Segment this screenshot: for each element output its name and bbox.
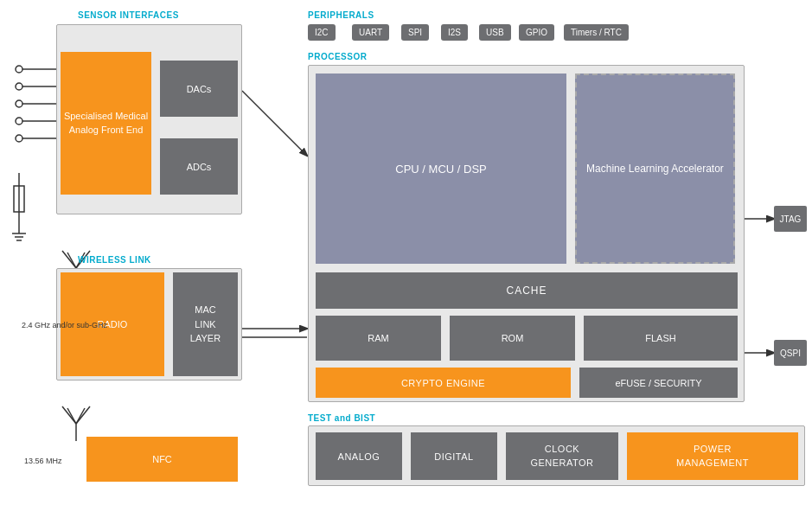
- svg-point-3: [16, 118, 22, 125]
- svg-line-31: [62, 406, 76, 424]
- efuse-block: eFUSE / SECURITY: [579, 368, 738, 398]
- peripherals-label: PERIPHERALS: [308, 10, 374, 20]
- periph-spi: SPI: [401, 24, 429, 41]
- diagram: SENSOR INTERFACES Specialised Medical An…: [0, 0, 812, 518]
- svg-point-0: [16, 66, 22, 73]
- periph-timers: Timers / RTC: [564, 24, 629, 41]
- adc-block: ADCs: [160, 138, 238, 195]
- sensor-interfaces-label: SENSOR INTERFACES: [78, 10, 179, 20]
- crypto-block: CRYPTO ENGINE: [316, 368, 571, 398]
- jtag-block: JTAG: [774, 206, 807, 232]
- rom-block: ROM: [450, 316, 575, 361]
- ml-block: Machine Learning Accelerator: [575, 74, 735, 264]
- dac-block: DACs: [160, 61, 238, 117]
- analog-block: ANALOG: [316, 432, 402, 480]
- digital-block: DIGITAL: [411, 432, 497, 480]
- qspi-block: QSPI: [774, 340, 807, 366]
- svg-line-33: [67, 408, 76, 424]
- clock-generator-block: CLOCK GENERATOR: [506, 432, 618, 480]
- nfc-freq-label: 13.56 MHz: [24, 457, 62, 465]
- wireless-link-label: WIRELESS LINK: [78, 255, 151, 265]
- svg-point-2: [16, 100, 22, 107]
- medical-analog-block: Specialised Medical Analog Front End: [61, 52, 151, 195]
- mac-block: MAC LINK LAYER: [173, 272, 238, 376]
- test-bist-label: TEST and BIST: [308, 413, 375, 423]
- periph-gpio: GPIO: [519, 24, 554, 41]
- power-management-block: POWER MANAGEMENT: [627, 432, 798, 480]
- ram-block: RAM: [316, 316, 441, 361]
- svg-line-28: [67, 253, 76, 268]
- svg-point-1: [16, 83, 22, 90]
- svg-line-20: [242, 91, 307, 156]
- cpu-block: CPU / MCU / DSP: [316, 74, 566, 264]
- svg-rect-11: [14, 186, 24, 212]
- flash-block: FLASH: [584, 316, 738, 361]
- periph-i2c: I2C: [308, 24, 336, 41]
- svg-line-34: [76, 408, 85, 424]
- svg-line-32: [76, 406, 90, 424]
- svg-point-4: [16, 135, 22, 142]
- periph-uart: UART: [352, 24, 389, 41]
- periph-usb: USB: [479, 24, 511, 41]
- nfc-block: NFC: [86, 437, 238, 482]
- freq-label: 2.4 GHz and/or sub-GHz: [22, 320, 107, 331]
- periph-i2s: I2S: [441, 24, 468, 41]
- cache-block: CACHE: [316, 272, 738, 309]
- svg-line-26: [62, 251, 76, 268]
- processor-label: PROCESSOR: [308, 52, 367, 61]
